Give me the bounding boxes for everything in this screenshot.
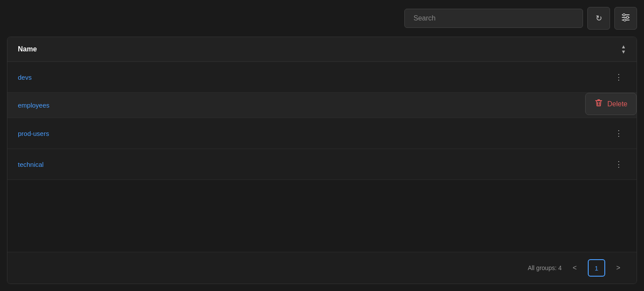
svg-point-5	[624, 19, 626, 21]
table-row[interactable]: prod-users ⋮	[7, 118, 637, 149]
name-column-header: Name	[18, 45, 37, 53]
all-groups-label: All groups: 4	[528, 264, 562, 271]
table-header: Name ▲ ▼	[7, 37, 637, 62]
row-name-devs: devs	[18, 74, 32, 81]
chevron-left-icon: <	[573, 264, 576, 272]
chevron-right-icon: >	[616, 264, 620, 272]
row-name-prod-users: prod-users	[18, 130, 49, 137]
row-menu-button-devs[interactable]: ⋮	[611, 71, 626, 84]
delete-popup[interactable]: Delete	[585, 93, 637, 115]
table-row[interactable]: employees Delete	[7, 93, 637, 118]
table-row[interactable]: devs ⋮	[7, 62, 637, 93]
prev-page-button[interactable]: <	[567, 260, 583, 276]
row-name-employees: employees	[18, 102, 50, 109]
row-menu-button-prod-users[interactable]: ⋮	[611, 127, 626, 140]
next-page-button[interactable]: >	[610, 260, 626, 276]
search-input[interactable]	[404, 9, 583, 28]
refresh-button[interactable]: ↻	[587, 7, 610, 30]
refresh-icon: ↻	[596, 14, 602, 23]
filter-icon	[621, 13, 630, 24]
row-menu-button-technical[interactable]: ⋮	[611, 158, 626, 171]
row-name-technical: technical	[18, 161, 44, 168]
trash-icon	[594, 98, 603, 109]
current-page[interactable]: 1	[588, 259, 605, 277]
table-row[interactable]: technical ⋮	[7, 149, 637, 180]
top-bar: ↻	[7, 7, 637, 30]
filter-button[interactable]	[614, 7, 637, 30]
svg-point-3	[623, 14, 625, 16]
sort-icon[interactable]: ▲ ▼	[621, 44, 626, 54]
groups-table: Name ▲ ▼ devs ⋮ employees Delete prod-us…	[7, 37, 637, 284]
svg-point-4	[627, 16, 629, 18]
table-footer: All groups: 4 < 1 >	[7, 252, 637, 284]
delete-label: Delete	[607, 100, 627, 108]
